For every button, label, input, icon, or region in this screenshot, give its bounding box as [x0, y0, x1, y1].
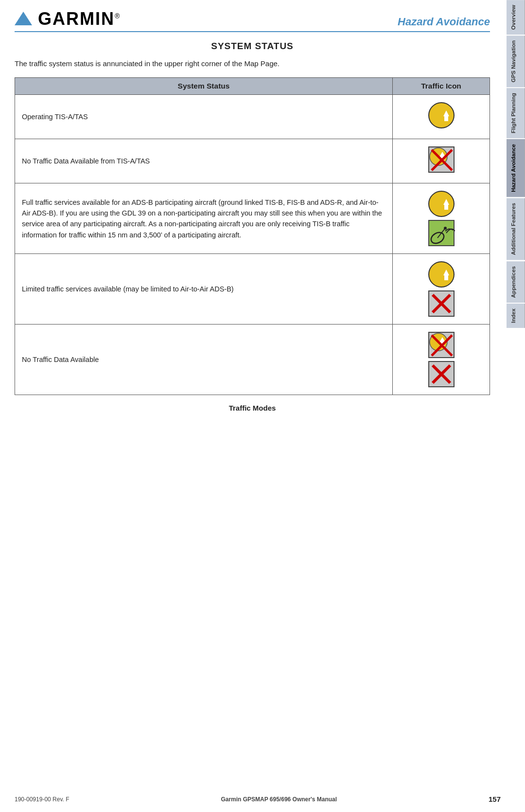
sidebar: Overview GPS Navigation Flight Planning …: [505, 0, 525, 788]
icon-stack: [400, 261, 483, 317]
manual-title: Garmin GPSMAP 695/696 Owner's Manual: [221, 796, 337, 803]
page-number: 157: [489, 795, 501, 803]
garmin-logo: GARMIN®: [15, 9, 121, 29]
icon-stack: [400, 190, 483, 247]
icon-cell: [393, 139, 490, 183]
registered-icon: ®: [115, 12, 121, 20]
svg-point-0: [429, 103, 454, 128]
status-cell: No Traffic Data Available from TIS-A/TAS: [15, 139, 393, 183]
sidebar-tab-index[interactable]: Index: [507, 304, 525, 328]
intro-text: The traffic system status is annunciated…: [15, 58, 490, 70]
no-traffic-tis-icon: [428, 146, 455, 173]
status-cell: Limited traffic services available (may …: [15, 254, 393, 325]
limited-traffic-x-icon: [428, 290, 455, 317]
svg-point-9: [429, 191, 454, 217]
status-table: System Status Traffic Icon Operating TIS…: [15, 77, 490, 396]
svg-rect-18: [444, 275, 448, 280]
status-cell: Full traffic services available for an A…: [15, 183, 393, 254]
full-traffic-top-icon: [428, 190, 455, 217]
table-row: Limited traffic services available (may …: [15, 254, 490, 325]
table-row: Full traffic services available for an A…: [15, 183, 490, 254]
satellite-dish-icon: [428, 219, 455, 247]
icon-cell: [393, 254, 490, 325]
svg-rect-11: [444, 205, 448, 210]
part-number: 190-00919-00 Rev. F: [15, 796, 70, 803]
brand-name: GARMIN®: [38, 9, 121, 29]
col-header-icon: Traffic Icon: [393, 77, 490, 94]
table-row: No Traffic Data Available from TIS-A/TAS: [15, 139, 490, 183]
sidebar-tab-hazard[interactable]: Hazard Avoidance: [507, 139, 525, 197]
limited-traffic-top-icon: [428, 261, 455, 288]
garmin-triangle-icon: [15, 12, 32, 25]
page-title: Hazard Avoidance: [398, 16, 490, 29]
sidebar-tab-appendices[interactable]: Appendices: [507, 261, 525, 303]
table-row: Operating TIS-A/TAS: [15, 94, 490, 139]
page-footer: 190-00919-00 Rev. F Garmin GPSMAP 695/69…: [15, 795, 501, 803]
sidebar-tab-gps[interactable]: GPS Navigation: [507, 36, 525, 87]
icon-cell: [393, 94, 490, 139]
sidebar-tab-flight-planning[interactable]: Flight Planning: [507, 88, 525, 138]
main-content: GARMIN® Hazard Avoidance SYSTEM STATUS T…: [0, 0, 505, 430]
svg-point-15: [444, 227, 447, 230]
traffic-modes-label: Traffic Modes: [15, 404, 490, 412]
icon-cell: [393, 325, 490, 395]
svg-rect-2: [444, 116, 448, 121]
icon-cell: [393, 183, 490, 254]
table-row: No Traffic Data Available: [15, 325, 490, 395]
svg-point-16: [429, 262, 454, 287]
icon-stack: [400, 331, 483, 388]
operating-tis-icon: [428, 102, 455, 129]
sidebar-tab-additional[interactable]: Additional Features: [507, 198, 525, 260]
sidebar-tab-overview[interactable]: Overview: [507, 0, 525, 35]
no-traffic-top-icon: [428, 331, 455, 359]
no-traffic-bottom-icon: [428, 361, 455, 388]
page-header: GARMIN® Hazard Avoidance: [15, 0, 490, 32]
section-title: SYSTEM STATUS: [15, 41, 490, 52]
status-cell: Operating TIS-A/TAS: [15, 94, 393, 139]
status-cell: No Traffic Data Available: [15, 325, 393, 395]
col-header-status: System Status: [15, 77, 393, 94]
